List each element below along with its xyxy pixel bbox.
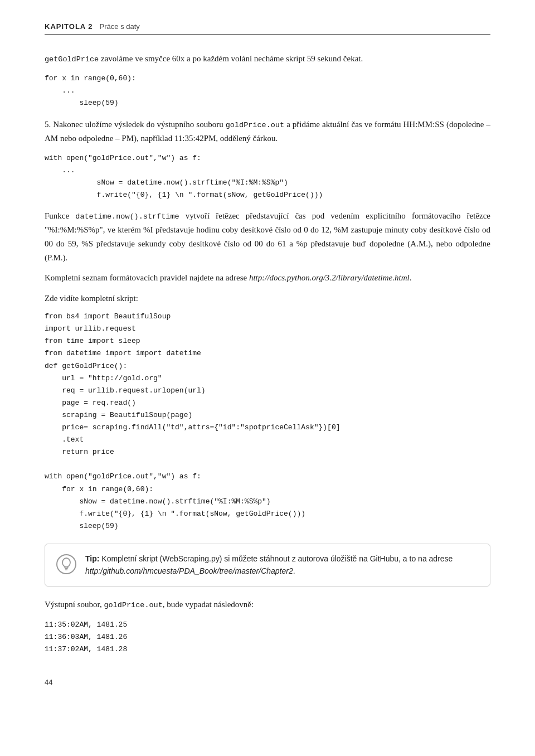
output-lines: 11:35:02AM, 1481.25 11:36:03AM, 1481.26 …: [45, 619, 490, 656]
tip-box: Tip: Kompletní skript (WebScraping.py) s…: [45, 544, 490, 587]
page-number: 44: [45, 678, 490, 686]
paragraph-2-text: 5. Nakonec uložíme výsledek do výstupníh…: [45, 120, 490, 143]
tip-icon: [56, 554, 76, 574]
intro-paragraph: getGoldPrice zavoláme ve smyčce 60x a po…: [45, 52, 490, 66]
svg-point-0: [62, 558, 70, 567]
lightbulb-icon: [60, 557, 72, 571]
tip-link: http:/github.com/hmcuesta/PDA_Book/tree/…: [85, 566, 293, 575]
page-header: KAPITOLA 2 Práce s daty: [45, 22, 490, 35]
paragraph-2: 5. Nakonec uložíme výsledek do výstupníh…: [45, 118, 490, 146]
code-block-1: for x in range(0,60): ... sleep(59): [45, 72, 490, 109]
output-heading: Výstupní soubor, goldPrice.out, bude vyp…: [45, 598, 490, 612]
code-block-full: from bs4 import BeautifulSoup import url…: [45, 311, 490, 532]
page: KAPITOLA 2 Práce s daty getGoldPrice zav…: [0, 0, 535, 720]
intro-text: getGoldPrice zavoláme ve smyčce 60x a po…: [45, 54, 363, 63]
tip-text: Tip: Kompletní skript (WebScraping.py) s…: [85, 553, 479, 577]
chapter-label: KAPITOLA 2: [45, 22, 93, 31]
link-datetime: http://docs.python.org/3.2/library/datet…: [249, 273, 410, 282]
tip-label: Tip:: [85, 554, 99, 563]
chapter-title: Práce s daty: [100, 22, 140, 31]
paragraph-4: Kompletní seznam formátovacích pravidel …: [45, 271, 490, 285]
code-block-2: with open("goldPrice.out","w") as f: ...…: [45, 152, 490, 201]
output-section: Výstupní soubor, goldPrice.out, bude vyp…: [45, 598, 490, 656]
section-heading: Zde vidíte kompletní skript:: [45, 292, 490, 305]
output-filename: goldPrice.out: [104, 601, 163, 609]
paragraph-3: Funkce datetime.now().strftime vytvoří ř…: [45, 209, 490, 265]
tip-content: Kompletní skript (WebScraping.py) si můž…: [85, 554, 453, 575]
